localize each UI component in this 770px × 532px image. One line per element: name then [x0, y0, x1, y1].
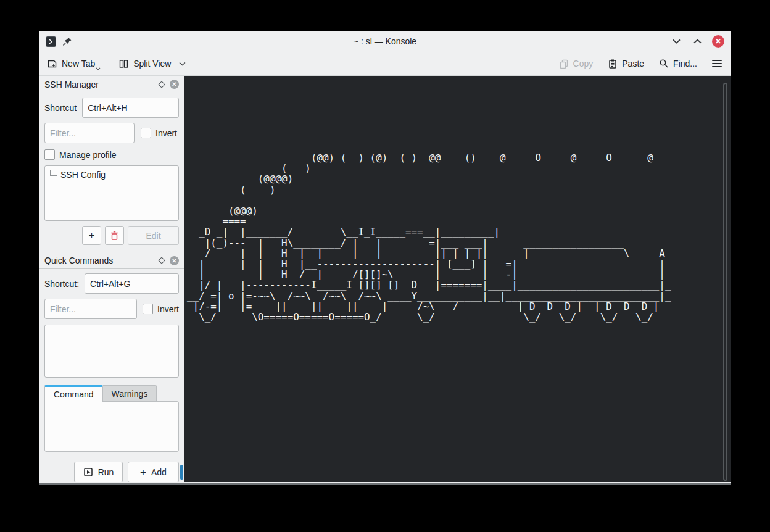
copy-label: Copy: [573, 59, 594, 69]
tree-branch-icon: [50, 170, 57, 176]
split-view-label: Split View: [133, 59, 171, 69]
terminal-area[interactable]: (@@) ( ) (@) ( ) @@ () @ O @ O @ ( ) (@@…: [184, 76, 731, 482]
window-title: ~ : sl — Konsole: [39, 36, 731, 46]
ssh-shortcut-field[interactable]: [82, 98, 179, 118]
minimize-button[interactable]: [670, 35, 682, 48]
delete-ssh-button[interactable]: [105, 226, 124, 245]
ssh-config-label: SSH Config: [60, 170, 106, 180]
qc-command-editor[interactable]: [44, 401, 179, 452]
float-panel-icon[interactable]: [158, 81, 165, 88]
close-panel-icon[interactable]: ✕: [170, 256, 179, 265]
plus-icon: +: [89, 230, 95, 241]
new-tab-label: New Tab: [62, 59, 95, 69]
toolbar: New Tab Split View Copy: [39, 52, 731, 76]
close-panel-icon[interactable]: ✕: [170, 80, 179, 89]
paste-icon: [608, 59, 618, 69]
add-ssh-button[interactable]: +: [82, 226, 101, 245]
plus-icon: +: [140, 467, 146, 478]
sidebar: SSH Manager ✕ Shortcut Invert: [39, 76, 184, 482]
qc-command-list[interactable]: [44, 325, 179, 378]
ssh-manager-panel: SSH Manager ✕ Shortcut Invert: [39, 76, 184, 249]
search-icon: [659, 59, 669, 69]
qc-invert-checkbox[interactable]: [143, 304, 153, 314]
manage-profile-label: Manage profile: [59, 150, 117, 160]
tab-command[interactable]: Command: [44, 385, 103, 402]
quick-commands-title: Quick Commands: [44, 256, 113, 265]
new-tab-dropdown-arrow-icon[interactable]: [96, 67, 101, 70]
shortcut-label: Shortcut:: [44, 279, 79, 289]
ssh-manager-title: SSH Manager: [44, 80, 99, 89]
konsole-app-icon[interactable]: [46, 36, 56, 47]
edit-ssh-button[interactable]: Edit: [128, 226, 179, 245]
tab-warnings[interactable]: Warnings: [103, 385, 157, 402]
ssh-invert-checkbox[interactable]: [141, 128, 151, 138]
add-command-button[interactable]: + Add: [128, 462, 179, 482]
copy-icon: [559, 59, 569, 69]
terminal-scrollbar[interactable]: [723, 83, 727, 481]
find-label: Find...: [673, 59, 697, 69]
pin-icon[interactable]: [62, 36, 72, 46]
qc-tabbar: Command Warnings: [44, 385, 179, 402]
list-item[interactable]: SSH Config: [45, 166, 178, 180]
quick-commands-panel: Quick Commands ✕ Shortcut: Invert: [39, 252, 184, 482]
terminal-output: (@@) ( ) (@) ( ) @@ () @ O @ O @ ( ) (@@…: [187, 152, 677, 322]
split-view-button[interactable]: Split View: [118, 59, 186, 69]
add-label: Add: [151, 467, 167, 477]
titlebar[interactable]: ~ : sl — Konsole ✕: [39, 31, 731, 52]
close-icon[interactable]: ✕: [712, 35, 724, 48]
trash-icon: [110, 231, 119, 241]
copy-button[interactable]: Copy: [559, 59, 594, 69]
find-button[interactable]: Find...: [659, 59, 697, 69]
float-panel-icon[interactable]: [158, 257, 165, 264]
run-icon: [83, 467, 93, 477]
manage-profile-checkbox[interactable]: [44, 149, 55, 160]
quick-commands-header[interactable]: Quick Commands ✕: [39, 252, 184, 269]
ssh-config-list[interactable]: SSH Config: [44, 165, 179, 221]
konsole-window: ~ : sl — Konsole ✕ New Tab: [39, 31, 731, 485]
maximize-button[interactable]: [691, 35, 703, 48]
qc-invert-label: Invert: [157, 304, 179, 314]
ssh-manager-header[interactable]: SSH Manager ✕: [39, 76, 184, 93]
split-view-icon: [118, 59, 129, 69]
run-button[interactable]: Run: [74, 462, 123, 482]
split-view-chevron-down-icon[interactable]: [179, 62, 186, 66]
ssh-invert-label: Invert: [155, 128, 177, 138]
paste-label: Paste: [622, 59, 644, 69]
run-label: Run: [98, 467, 114, 477]
new-tab-icon: [47, 59, 57, 69]
new-tab-button[interactable]: New Tab: [47, 59, 95, 69]
qc-shortcut-field[interactable]: [85, 273, 179, 294]
shortcut-label: Shortcut: [44, 103, 77, 113]
sidebar-resize-handle[interactable]: [180, 465, 183, 480]
qc-filter-input[interactable]: [44, 299, 137, 319]
paste-button[interactable]: Paste: [608, 59, 644, 69]
hamburger-menu-icon[interactable]: [712, 60, 722, 67]
ssh-filter-input[interactable]: [44, 123, 135, 143]
